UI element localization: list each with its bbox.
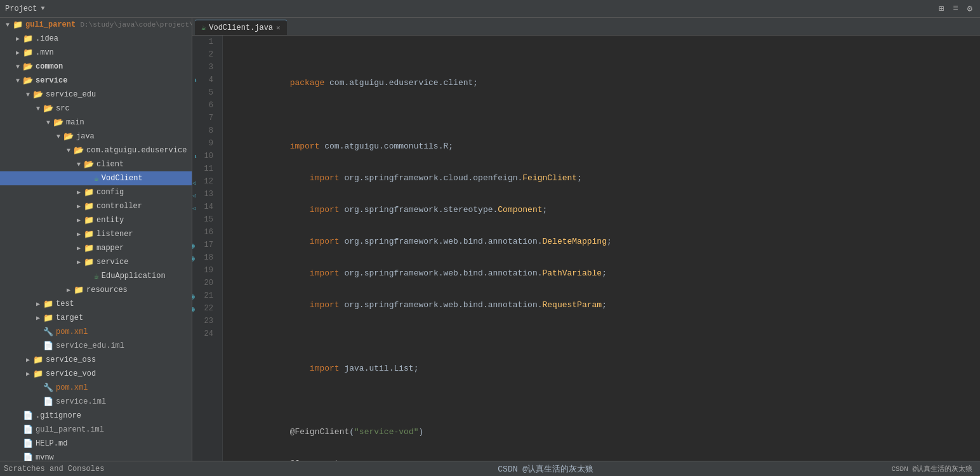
code-line-13: @Component	[230, 445, 980, 458]
help-md-icon: 📄	[23, 439, 33, 449]
scratches-bottom-bar: Scratches and Consoles	[0, 461, 192, 476]
sidebar-item-service[interactable]: ▼ 📂 service	[0, 74, 192, 88]
pom-edu-xml-icon: 🔧	[43, 327, 53, 337]
code-line-5: import org.springframework.stereotype.Co…	[230, 191, 980, 204]
service-oss-folder-icon: 📁	[33, 355, 43, 365]
service-edu-iml-icon: 📄	[43, 341, 53, 351]
resources-folder-icon: 📁	[74, 285, 84, 295]
sidebar-item-vodclient[interactable]: ☕ VodClient	[0, 171, 192, 185]
title-dropdown-arrow[interactable]: ▼	[41, 5, 44, 12]
service-edu-folder-icon: 📂	[33, 89, 43, 100]
sidebar-item-idea[interactable]: ▶ 📁 .idea	[0, 32, 192, 46]
sidebar-item-com-atguigu-eduservice[interactable]: ▼ 📂 com.atguigu.eduservice	[0, 143, 192, 157]
tab-close-icon[interactable]: ✕	[276, 23, 281, 32]
main-layout: ▼ 📁 guli_parent D:\study\java\code\proje…	[0, 18, 980, 476]
sidebar-item-service-oss[interactable]: ▶ 📁 service_oss	[0, 353, 192, 367]
scratches-bottom-label: Scratches and Consoles	[4, 465, 104, 473]
test-folder-icon: 📁	[43, 299, 53, 309]
code-editor[interactable]: 1 2 3 4 ⬇ 5 6 7 8 9 10 ⬇ 11	[192, 36, 980, 476]
java-folder-icon: 📂	[63, 131, 74, 142]
list-icon[interactable]: ≡	[950, 2, 960, 15]
root-arrow: ▼	[3, 22, 13, 29]
sidebar-item-guli-iml[interactable]: 📄 guli_parent.iml	[0, 423, 192, 437]
idea-folder-icon: 📁	[23, 34, 33, 44]
sidebar-item-client[interactable]: ▼ 📂 client	[0, 157, 192, 171]
sidebar-item-service-vod[interactable]: ▶ 📁 service_vod	[0, 367, 192, 381]
sidebar-item-common[interactable]: ▼ 📂 common	[0, 60, 192, 74]
sidebar-item-resources[interactable]: ▶ 📁 resources	[0, 283, 192, 297]
project-root[interactable]: ▼ 📁 guli_parent D:\study\java\code\proje…	[0, 18, 192, 32]
tab-vodclient[interactable]: ☕ VodClient.java ✕	[195, 20, 287, 35]
common-folder-icon: 📂	[23, 62, 33, 72]
code-lines: package com.atguigu.eduservice.client; i…	[223, 36, 980, 476]
config-folder-icon: 📁	[84, 187, 94, 197]
sidebar-item-main[interactable]: ▼ 📂 main	[0, 116, 192, 129]
status-bar: CSDN @认真生活的灰太狼 CSDN @认真生活的灰太狼	[192, 461, 980, 476]
sidebar-item-service-inner[interactable]: ▶ 📁 service	[0, 255, 192, 269]
guli-iml-icon: 📄	[23, 425, 33, 435]
pom-vod-xml-icon: 🔧	[43, 383, 53, 393]
code-line-10: import java.util.List;	[230, 350, 980, 362]
gitignore-icon: 📄	[23, 411, 33, 421]
app-window: Project ▼ ⊞ ≡ ⚙ ▼ 📁 guli_parent D:\study…	[0, 0, 980, 476]
root-label: guli_parent D:\study\java\code\project\g…	[25, 20, 192, 29]
code-line-6: import org.springframework.web.bind.anno…	[230, 223, 980, 235]
sidebar-item-service-edu-iml[interactable]: 📄 service_edu.iml	[0, 339, 192, 353]
sidebar-item-src[interactable]: ▼ 📂 src	[0, 102, 192, 116]
title-icons: ⊞ ≡ ⚙	[936, 2, 975, 15]
code-line-9	[230, 318, 980, 331]
code-line-3: import com.atguigu.commonutils.R;	[230, 128, 980, 140]
sidebar-item-mapper[interactable]: ▶ 📁 mapper	[0, 241, 192, 255]
code-line-8: import org.springframework.web.bind.anno…	[230, 286, 980, 299]
src-folder-icon: 📂	[43, 103, 53, 114]
sidebar-item-test[interactable]: ▶ 📁 test	[0, 297, 192, 311]
sidebar-item-entity[interactable]: ▶ 📁 entity	[0, 213, 192, 227]
editor-area: ☕ VodClient.java ✕ 1 2 3 4 ⬇ 5 6	[192, 18, 980, 476]
root-folder-icon: 📁	[13, 20, 23, 30]
service-folder-icon: 📂	[23, 76, 33, 86]
code-line-7: import org.springframework.web.bind.anno…	[230, 255, 980, 267]
listener-folder-icon: 📁	[84, 229, 94, 239]
target-folder-icon: 📁	[43, 313, 53, 323]
project-label[interactable]: Project	[5, 4, 37, 13]
code-line-11	[230, 381, 980, 394]
sidebar-item-service-iml[interactable]: 📄 service.iml	[0, 395, 192, 409]
mvn-folder-icon: 📁	[23, 48, 33, 58]
line-numbers: 1 2 3 4 ⬇ 5 6 7 8 9 10 ⬇ 11	[192, 36, 223, 476]
sidebar-item-target[interactable]: ▶ 📁 target	[0, 311, 192, 325]
sidebar-item-help-md[interactable]: 📄 HELP.md	[0, 437, 192, 451]
sidebar-item-config[interactable]: ▶ 📁 config	[0, 185, 192, 199]
eduservice-folder-icon: 📂	[74, 145, 84, 155]
mapper-folder-icon: 📁	[84, 243, 94, 253]
title-bar: Project ▼ ⊞ ≡ ⚙	[0, 0, 980, 18]
sidebar: ▼ 📁 guli_parent D:\study\java\code\proje…	[0, 18, 192, 476]
layout-icon[interactable]: ⊞	[936, 2, 946, 15]
code-line-2	[230, 96, 980, 109]
entity-folder-icon: 📁	[84, 215, 94, 225]
sidebar-item-java[interactable]: ▼ 📂 java	[0, 129, 192, 143]
service-inner-folder-icon: 📁	[84, 257, 94, 267]
code-line-12: @FeignClient("service-vod")	[230, 413, 980, 426]
sidebar-item-mvn[interactable]: ▶ 📁 .mvn	[0, 46, 192, 60]
service-iml-icon: 📄	[43, 397, 53, 407]
code-line-4: import org.springframework.cloud.openfei…	[230, 159, 980, 172]
status-right: CSDN @认真生活的灰太狼	[498, 463, 593, 475]
code-line-1: package com.atguigu.eduservice.client;	[230, 64, 980, 77]
vodclient-java-icon: ☕	[94, 173, 99, 183]
sidebar-item-pom-vod[interactable]: 🔧 pom.xml	[0, 381, 192, 395]
tab-bar: ☕ VodClient.java ✕	[192, 18, 980, 36]
sidebar-item-eduapplication[interactable]: ☕ EduApplication	[0, 269, 192, 283]
service-vod-folder-icon: 📁	[33, 369, 43, 379]
csdn-label: CSDN @认真生活的灰太狼	[891, 464, 972, 473]
sidebar-item-pom-edu[interactable]: 🔧 pom.xml	[0, 325, 192, 339]
sidebar-item-controller[interactable]: ▶ 📁 controller	[0, 199, 192, 213]
sidebar-item-gitignore[interactable]: 📄 .gitignore	[0, 409, 192, 423]
tab-label: VodClient.java	[209, 23, 273, 32]
main-folder-icon: 📂	[53, 117, 63, 128]
settings-icon[interactable]: ⚙	[965, 2, 975, 15]
sidebar-item-listener[interactable]: ▶ 📁 listener	[0, 227, 192, 241]
tab-java-icon: ☕	[201, 23, 206, 32]
sidebar-item-service-edu[interactable]: ▼ 📂 service_edu	[0, 88, 192, 102]
controller-folder-icon: 📁	[84, 201, 94, 211]
client-folder-icon: 📂	[84, 159, 94, 169]
